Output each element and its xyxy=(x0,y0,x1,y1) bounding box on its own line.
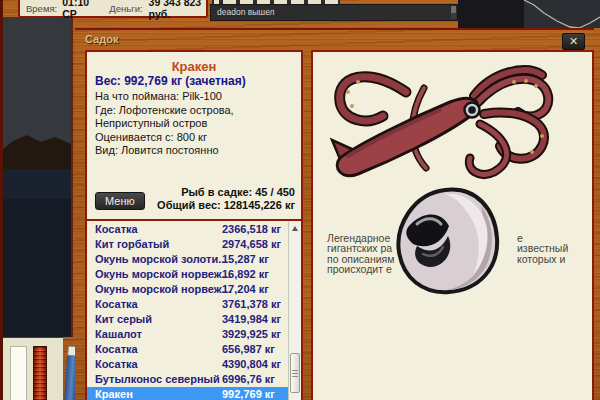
line-tension-bar xyxy=(10,346,27,400)
keepnet-summary: Рыб в садке: 45 / 450 Общий вес: 128145,… xyxy=(157,186,295,212)
night-scene-image xyxy=(3,17,71,337)
window-title: Садок xyxy=(85,33,118,45)
scroll-thumb-grip xyxy=(292,370,298,377)
description-text-right: е известный которых и xyxy=(517,233,568,264)
chat-scroll-thumb[interactable] xyxy=(451,6,456,13)
chat-log: deadon вышел xyxy=(210,4,458,21)
money-label: Деньги: xyxy=(109,3,142,14)
fish-row[interactable]: Кашалот3929,925 кг xyxy=(87,327,288,342)
total-weight-line: Общий вес: 128145,226 кг xyxy=(157,199,295,212)
game-screen: Время: 01:10 СР Деньги: 39 343 823 руб. … xyxy=(0,0,600,400)
list-scrollbar[interactable] xyxy=(288,222,301,400)
panel-divider xyxy=(87,219,301,221)
chat-message: deadon вышел xyxy=(217,7,275,17)
fish-row[interactable]: Косатка4390,804 кг xyxy=(87,357,288,372)
fish-rated-from: Оценивается с: 800 кг xyxy=(95,131,293,145)
power-meter-bar xyxy=(33,346,47,400)
fish-row[interactable]: Косатка3761,378 кг xyxy=(87,297,288,312)
fish-details-panel: Кракен Вес: 992,769 кг (зачетная) На что… xyxy=(85,50,303,400)
background-scene xyxy=(3,17,73,337)
fish-where: Где: Лофотенские острова, Неприступный о… xyxy=(95,104,293,131)
mountain-ridge-image xyxy=(458,0,600,28)
fish-row-selected[interactable]: Кракен992,769 кг xyxy=(87,387,288,400)
time-value: 01:10 СР xyxy=(62,0,95,20)
time-label: Время: xyxy=(26,3,57,14)
fish-description-panel: Легендарное гигантских ра по описаниям п… xyxy=(311,50,594,400)
fish-row[interactable]: Косатка2366,518 кг xyxy=(87,222,288,237)
status-bar: Время: 01:10 СР Деньги: 39 343 823 руб. xyxy=(18,0,208,18)
fish-row[interactable]: Бутылконос северный6996,76 кг xyxy=(87,372,288,387)
fish-list: Косатка2366,518 кг Кит горбатый2974,658 … xyxy=(87,222,288,400)
fish-caught-on: На что поймана: Pilk-100 xyxy=(95,90,293,104)
money-value: 39 343 823 руб. xyxy=(149,0,206,20)
fish-info-text: На что поймана: Pilk-100 Где: Лофотенски… xyxy=(95,90,293,158)
fish-row[interactable]: Окунь морской норвеж...16,892 кг xyxy=(87,267,288,282)
keepnet-window: Садок ✕ Кракен Вес: 992,769 кг (зачетная… xyxy=(75,28,594,400)
scroll-up-icon[interactable] xyxy=(292,226,298,231)
fish-kind: Вид: Ловится постоянно xyxy=(95,144,293,158)
fish-weight-line: Вес: 992,769 кг (зачетная) xyxy=(95,74,246,88)
menu-button[interactable]: Меню xyxy=(95,192,145,210)
close-button[interactable]: ✕ xyxy=(562,33,585,50)
kraken-beak-illustration xyxy=(383,184,507,296)
kraken-illustration xyxy=(328,58,560,180)
fish-row[interactable]: Кит горбатый2974,658 кг xyxy=(87,237,288,252)
fish-row[interactable]: Косатка656,987 кг xyxy=(87,342,288,357)
fish-row[interactable]: Окунь морской золоти...15,287 кг xyxy=(87,252,288,267)
scroll-thumb[interactable] xyxy=(290,353,300,393)
fish-row[interactable]: Кит серый3419,984 кг xyxy=(87,312,288,327)
background-sky xyxy=(458,0,600,28)
tackle-meter-panel xyxy=(3,337,63,400)
fish-count-line: Рыб в садке: 45 / 450 xyxy=(157,186,295,199)
chat-scrollbar[interactable] xyxy=(451,6,456,19)
fish-row[interactable]: Окунь морской норвеж...17,204 кг xyxy=(87,282,288,297)
fish-name-heading: Кракен xyxy=(87,59,301,74)
